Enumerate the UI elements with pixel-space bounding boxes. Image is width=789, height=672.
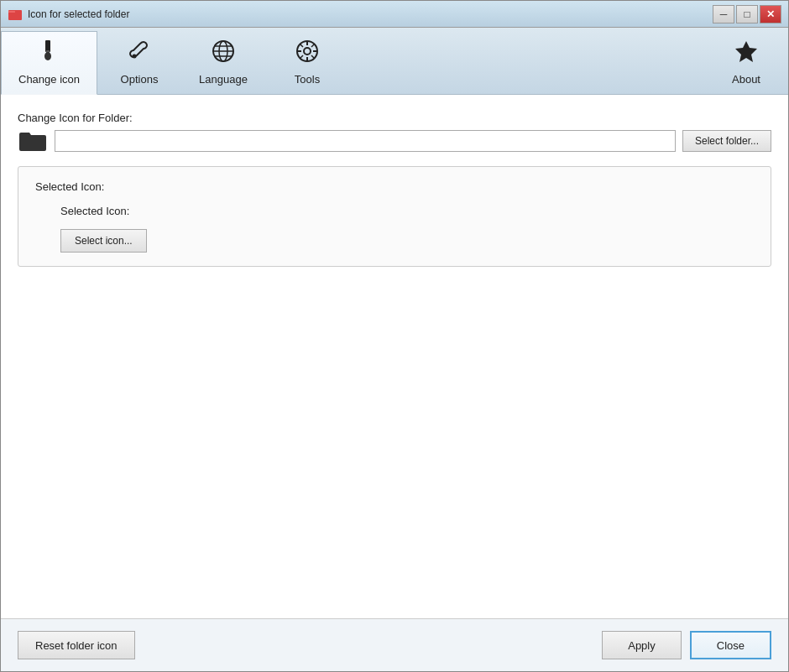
folder-row: Select folder... <box>18 129 771 153</box>
selected-icon-inner: Selected Icon: Select icon... <box>60 205 754 253</box>
main-window: Icon for selected folder ─ □ ✕ Change ic… <box>0 0 789 672</box>
language-icon <box>211 39 236 68</box>
svg-marker-21 <box>735 41 757 62</box>
app-icon <box>8 7 23 22</box>
tab-options-label: Options <box>121 73 159 86</box>
tab-tools-label: Tools <box>295 73 320 86</box>
svg-line-17 <box>300 44 304 48</box>
options-icon <box>127 39 152 68</box>
tab-change-icon-label: Change icon <box>18 73 80 86</box>
change-icon-icon <box>37 39 62 68</box>
svg-point-4 <box>44 52 51 60</box>
maximize-button[interactable]: □ <box>736 5 758 23</box>
select-icon-button[interactable]: Select icon... <box>60 229 147 253</box>
folder-path-input[interactable] <box>55 130 676 152</box>
close-window-button[interactable]: ✕ <box>760 5 781 23</box>
svg-point-5 <box>133 55 137 59</box>
folder-icon <box>18 129 48 153</box>
folder-section-label: Change Icon for Folder: <box>18 112 771 124</box>
select-folder-button[interactable]: Select folder... <box>682 130 771 152</box>
close-button[interactable]: Close <box>690 631 771 659</box>
tools-icon <box>295 39 320 68</box>
tab-tools[interactable]: Tools <box>265 31 349 94</box>
selected-icon-outer-label: Selected Icon: <box>35 180 754 193</box>
apply-button[interactable]: Apply <box>602 631 682 659</box>
svg-point-12 <box>304 48 311 55</box>
svg-line-20 <box>300 55 304 59</box>
bottom-bar: Reset folder icon Apply Close <box>1 618 788 671</box>
window-title: Icon for selected folder <box>28 8 713 20</box>
content-area: Change Icon for Folder: Select folder...… <box>1 95 788 618</box>
svg-rect-2 <box>45 40 50 52</box>
selected-icon-section: Selected Icon: Selected Icon: Select ico… <box>18 166 771 267</box>
toolbar: Change icon Options <box>1 28 788 95</box>
reset-folder-icon-button[interactable]: Reset folder icon <box>18 631 135 659</box>
svg-line-19 <box>311 44 315 48</box>
folder-section: Change Icon for Folder: Select folder... <box>18 112 771 153</box>
svg-rect-1 <box>8 11 15 13</box>
window-controls: ─ □ ✕ <box>713 5 781 23</box>
minimize-button[interactable]: ─ <box>713 5 734 23</box>
content-spacer <box>18 280 771 602</box>
tab-language-label: Language <box>199 73 248 86</box>
about-icon <box>734 39 759 68</box>
title-bar: Icon for selected folder ─ □ ✕ <box>1 1 788 28</box>
selected-icon-inner-label: Selected Icon: <box>60 205 754 217</box>
tab-options[interactable]: Options <box>97 31 181 94</box>
bottom-right-buttons: Apply Close <box>602 631 771 659</box>
tab-change-icon[interactable]: Change icon <box>1 31 97 95</box>
tab-language[interactable]: Language <box>181 31 265 94</box>
svg-line-18 <box>311 55 315 59</box>
tab-about[interactable]: About <box>704 31 788 94</box>
tab-about-label: About <box>732 73 760 86</box>
